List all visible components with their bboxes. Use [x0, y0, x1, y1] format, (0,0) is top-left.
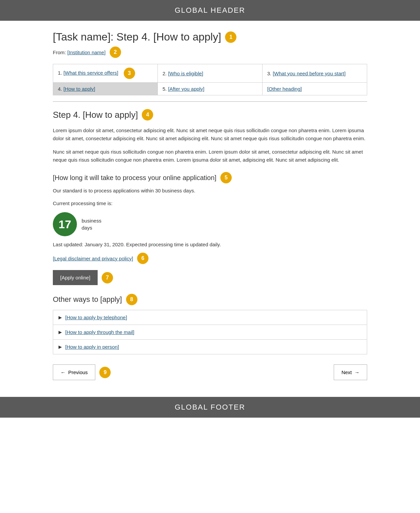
- processing-text-2: Current processing time is:: [53, 199, 367, 207]
- section-divider: [53, 101, 367, 102]
- sub-heading: [How long it will take to process your o…: [53, 172, 367, 183]
- accordion-link-1[interactable]: [How to apply by telephone]: [65, 315, 127, 320]
- accordion-item-1[interactable]: ▶ [How to apply by telephone]: [53, 310, 367, 325]
- badge-3: 3: [124, 68, 135, 79]
- apply-online-button[interactable]: [Apply online]: [53, 270, 98, 285]
- body-para-1: Lorem ipsum dolor sit amet, consectetur …: [53, 126, 367, 143]
- badge-5: 5: [220, 172, 232, 183]
- page-title-text: [Task name]: Step 4. [How to apply]: [53, 31, 221, 43]
- legal-link[interactable]: [Legal disclaimer and privacy policy]: [53, 256, 133, 261]
- badge-9: 9: [99, 367, 111, 378]
- header-label: GLOBAL HEADER: [175, 6, 245, 14]
- nav-link-4[interactable]: [How to apply]: [64, 86, 95, 92]
- nav-link-5[interactable]: [After you apply]: [168, 86, 204, 92]
- nav-num-3: 3.: [267, 71, 273, 76]
- nav-num-5: 5.: [163, 86, 168, 92]
- nav-link-2[interactable]: [Who is eligible]: [168, 71, 203, 76]
- badge-7: 7: [102, 272, 113, 283]
- body-para-2: Nunc sit amet neque quis risus sollicitu…: [53, 148, 367, 164]
- accordion-link-3[interactable]: [How to apply in person]: [65, 344, 119, 350]
- page-title: [Task name]: Step 4. [How to apply] 1: [53, 31, 367, 43]
- sub-heading-text: [How long it will take to process your o…: [53, 174, 216, 182]
- last-updated: Last updated: January 31, 2020. Expected…: [53, 242, 367, 247]
- nav-cell-6: [Other heading]: [262, 83, 367, 95]
- nav-table: 1. [What this service offers] 3 2. [Who …: [53, 64, 367, 95]
- processing-text-1: Our standard is to process applications …: [53, 187, 367, 195]
- nav-row-2: 4. [How to apply] 5. [After you apply] […: [53, 83, 367, 95]
- apply-btn-row: [Apply online] 7: [53, 270, 367, 285]
- from-label: From:: [53, 50, 66, 55]
- nav-cell-5: 5. [After you apply]: [158, 83, 262, 95]
- accordion-item-3[interactable]: ▶ [How to apply in person]: [53, 340, 367, 354]
- nav-buttons: Previous 9 Next: [53, 364, 367, 380]
- nav-num-1: 1.: [58, 70, 64, 76]
- badge-1: 1: [225, 31, 236, 43]
- days-label-line1: business: [82, 217, 101, 224]
- badge-8: 8: [126, 294, 137, 305]
- nav-row-1: 1. [What this service offers] 3 2. [Who …: [53, 64, 367, 83]
- global-header: GLOBAL HEADER: [0, 0, 420, 21]
- institution-link[interactable]: [Institution name]: [67, 50, 105, 55]
- nav-link-6[interactable]: [Other heading]: [267, 86, 302, 92]
- other-ways-text: Other ways to [apply]: [53, 295, 122, 304]
- from-line: From: [Institution name] 2: [53, 47, 367, 58]
- nav-num-2: 2.: [163, 71, 168, 76]
- step-heading-text: Step 4. [How to apply]: [53, 110, 138, 120]
- badge-4: 4: [142, 109, 153, 120]
- accordion-arrow-3: ▶: [59, 344, 62, 349]
- processing-badge: 17 business days: [53, 212, 367, 236]
- nav-link-1[interactable]: [What this service offers]: [64, 70, 118, 76]
- nav-cell-1: 1. [What this service offers] 3: [53, 64, 158, 83]
- accordion-arrow-1: ▶: [59, 315, 62, 320]
- badge-2: 2: [110, 47, 121, 58]
- previous-button[interactable]: Previous: [53, 364, 95, 380]
- days-label: business days: [82, 217, 101, 231]
- main-content: [Task name]: Step 4. [How to apply] 1 Fr…: [46, 21, 374, 397]
- step-heading: Step 4. [How to apply] 4: [53, 109, 367, 120]
- next-button[interactable]: Next: [334, 364, 367, 380]
- prev-btn-wrap: Previous 9: [53, 364, 111, 380]
- nav-cell-2: 2. [Who is eligible]: [158, 64, 262, 83]
- nav-link-3[interactable]: [What you need before you start]: [273, 71, 346, 76]
- days-number: 17: [59, 218, 71, 231]
- nav-cell-4: 4. [How to apply]: [53, 83, 158, 95]
- accordion-list: ▶ [How to apply by telephone] ▶ [How to …: [53, 310, 367, 354]
- badge-6: 6: [137, 253, 148, 264]
- other-ways-heading: Other ways to [apply] 8: [53, 294, 367, 305]
- global-footer: GLOBAL FOOTER: [0, 397, 420, 418]
- days-label-line2: days: [82, 224, 101, 231]
- accordion-arrow-2: ▶: [59, 330, 62, 335]
- nav-num-4: 4.: [58, 86, 64, 92]
- accordion-link-2[interactable]: [How to apply through the mail]: [65, 329, 134, 335]
- days-circle: 17: [53, 212, 77, 236]
- footer-label: GLOBAL FOOTER: [175, 403, 245, 411]
- accordion-item-2[interactable]: ▶ [How to apply through the mail]: [53, 325, 367, 340]
- nav-cell-3: 3. [What you need before you start]: [262, 64, 367, 83]
- legal-link-row: [Legal disclaimer and privacy policy] 6: [53, 253, 367, 264]
